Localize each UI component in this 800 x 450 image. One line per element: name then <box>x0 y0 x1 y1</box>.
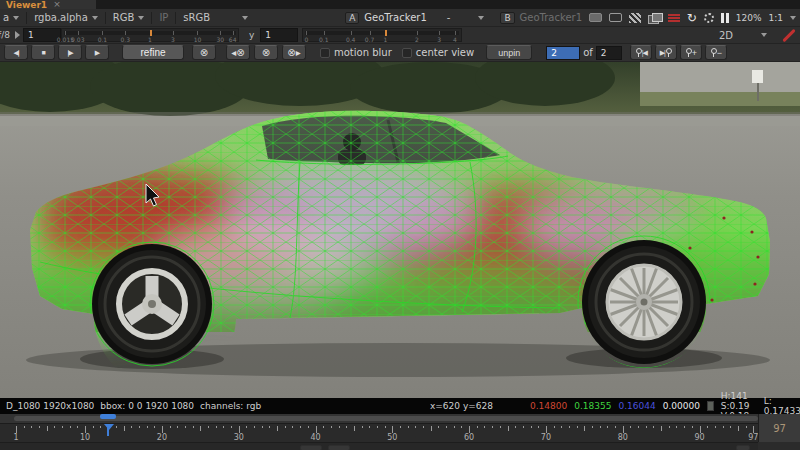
ruler-tick <box>415 426 416 428</box>
ruler-tick <box>646 426 647 428</box>
center-view-label: center view <box>416 47 474 58</box>
motion-blur-checkbox[interactable] <box>320 48 330 58</box>
gain-slider[interactable]: 0.0150.030.10.313103064 <box>61 28 239 42</box>
ab-compare-icon[interactable] <box>648 13 661 23</box>
ruler-tick <box>584 426 585 431</box>
center-view-checkbox[interactable] <box>402 48 412 58</box>
step-forward-button[interactable]: |▶ <box>58 45 82 60</box>
wipe-icon[interactable] <box>629 13 641 23</box>
refine-button[interactable]: refine <box>122 45 184 60</box>
ruler-tick <box>139 426 140 428</box>
ruler-tick <box>715 426 716 428</box>
gamma-slider[interactable]: 00.10.40.71234 <box>302 28 462 42</box>
ruler-tick <box>746 426 747 428</box>
timeline-scrollbar[interactable] <box>14 416 758 421</box>
input-a-node[interactable]: GeoTracker1 <box>364 12 426 23</box>
delete-keyframes-back-button[interactable]: ◂⊗ <box>226 45 250 60</box>
ab-mode-value: - <box>447 12 451 23</box>
unpin-button[interactable]: unpin <box>486 45 532 60</box>
timeline-scroll-strip[interactable] <box>0 414 800 423</box>
viewer-tab[interactable]: Viewer1 × <box>0 0 96 9</box>
ab-mode-dropdown[interactable]: - <box>442 11 490 25</box>
ruler-tick <box>723 426 724 428</box>
timeline-ruler[interactable]: 11020304050607080909713 <box>0 423 758 442</box>
ruler-tick <box>484 426 485 428</box>
close-icon[interactable]: × <box>53 0 61 9</box>
viewer-canvas[interactable] <box>0 62 800 398</box>
divider <box>151 12 152 24</box>
view-mode-dropdown[interactable]: 2D <box>714 28 772 42</box>
frame-viewer-icon[interactable] <box>609 13 622 22</box>
channels-dropdown-value: rgba.alpha <box>34 12 88 23</box>
input-b-node[interactable]: GeoTracker1 <box>520 12 582 23</box>
display-channels-dropdown[interactable]: RGB <box>108 11 150 25</box>
gain-field[interactable]: 1 <box>23 28 61 42</box>
layer-dropdown[interactable]: a <box>0 11 24 25</box>
pause-icon[interactable] <box>721 13 729 23</box>
add-keyframe-sign: + <box>692 48 697 58</box>
slider-marker[interactable] <box>150 30 152 36</box>
playhead-marker[interactable] <box>104 424 114 430</box>
colorspace-dropdown[interactable]: sRGB <box>178 11 253 25</box>
timeline-button[interactable] <box>736 445 750 450</box>
blue-value: 0.16044 <box>618 401 655 411</box>
divider <box>175 12 176 24</box>
stop-button[interactable]: ■ <box>31 45 55 60</box>
ruler-frame-label: 70 <box>541 433 551 442</box>
step-back-button[interactable]: ◀| <box>4 45 28 60</box>
of-label: of <box>583 47 593 58</box>
expand-arrow-icon[interactable] <box>15 31 20 39</box>
green-value: 0.18355 <box>574 401 611 411</box>
tab-bar: Viewer1 × <box>0 0 800 9</box>
slider-tick <box>102 31 103 35</box>
refresh-icon[interactable]: ↻ <box>687 13 697 23</box>
add-keyframe-button[interactable]: + <box>680 45 702 60</box>
ruler-tick <box>277 426 278 431</box>
update-progress-icon[interactable] <box>704 13 714 23</box>
roi-brush-icon[interactable] <box>782 29 794 41</box>
ruler-tick <box>39 426 40 428</box>
ruler-tick <box>231 426 232 428</box>
ruler-tick <box>600 426 601 428</box>
ruler-tick <box>446 426 447 428</box>
timeline-bottom-strip <box>0 442 758 450</box>
nuke-window: Viewer1 × a rgba.alpha RGB IP sRGB A <box>0 0 800 450</box>
ruler-tick <box>193 426 194 428</box>
last-frame-field[interactable]: 97 <box>758 414 800 442</box>
delete-keyframes-forward-button[interactable]: ⊗▸ <box>282 45 306 60</box>
timeline-button[interactable] <box>300 445 322 450</box>
toggle-keyframe-button[interactable]: ⊗ <box>192 45 216 60</box>
fullscreen-icon[interactable] <box>589 13 602 22</box>
ruler-tick <box>70 426 71 428</box>
channels-stack-icon[interactable] <box>668 14 680 22</box>
playhead-line[interactable] <box>107 424 109 436</box>
ruler-tick <box>131 426 132 428</box>
ruler-frame-label: 60 <box>464 433 474 442</box>
timeline-button[interactable] <box>328 445 350 450</box>
pixel-ratio[interactable]: 1:1 <box>769 13 783 23</box>
colorspace-value: sRGB <box>183 12 210 23</box>
prev-keyframe-arrow: |◀ <box>642 49 647 57</box>
channels-dropdown[interactable]: rgba.alpha <box>29 11 103 25</box>
prev-keyframe-button[interactable]: |◀ <box>630 45 652 60</box>
slider-tick-label: 4 <box>453 36 457 43</box>
zoom-level[interactable]: 120% <box>736 13 762 23</box>
delete-keyframe-button[interactable]: ⊗ <box>254 45 278 60</box>
ruler-tick <box>753 426 754 433</box>
chevron-down-icon <box>138 16 144 20</box>
slider-tick-label: 64 <box>229 36 237 43</box>
ruler-tick <box>423 426 424 428</box>
slider-marker[interactable] <box>385 30 387 36</box>
keyframe-total-field[interactable]: 2 <box>596 46 622 60</box>
ruler-tick <box>308 426 309 428</box>
fstop-label[interactable]: f/8 <box>0 30 10 40</box>
remove-keyframe-button[interactable]: − <box>705 45 727 60</box>
gamma-field[interactable]: 1 <box>260 28 298 42</box>
next-keyframe-button[interactable]: ▶| <box>655 45 677 60</box>
viewer-image <box>0 62 800 398</box>
ruler-tick <box>630 426 631 428</box>
input-process-toggle[interactable]: IP <box>154 11 173 25</box>
play-button[interactable]: ▶ <box>85 45 109 60</box>
keyframe-current-field[interactable]: 2 <box>546 46 580 60</box>
chevron-down-icon[interactable] <box>790 16 796 20</box>
